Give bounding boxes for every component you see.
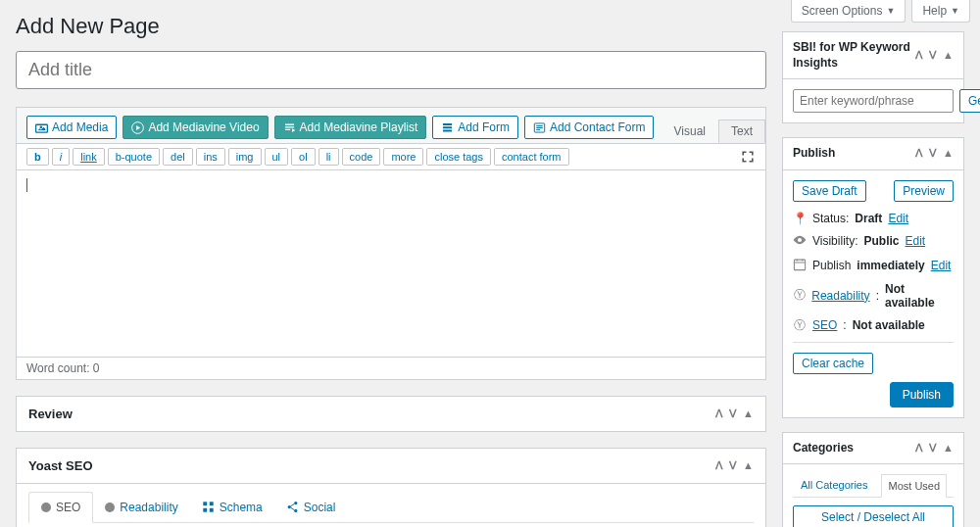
seo-value: Not available bbox=[853, 318, 925, 332]
qt-more[interactable]: more bbox=[383, 148, 423, 166]
add-mediavine-video-button[interactable]: Add Mediavine Video bbox=[122, 116, 268, 139]
yoast-tab-schema[interactable]: Schema bbox=[190, 492, 274, 522]
svg-rect-9 bbox=[794, 260, 805, 270]
keyword-input[interactable] bbox=[793, 89, 954, 113]
page-title: Add New Page bbox=[16, 14, 766, 39]
seo-link[interactable]: SEO bbox=[812, 318, 837, 332]
qt-contactform[interactable]: contact form bbox=[494, 148, 569, 166]
chevron-up-icon[interactable]: ᐱ bbox=[915, 442, 923, 455]
toggle-triangle-icon[interactable]: ▲ bbox=[943, 49, 954, 62]
content-textarea[interactable] bbox=[17, 170, 765, 357]
preview-button[interactable]: Preview bbox=[894, 180, 954, 202]
add-media-button[interactable]: Add Media bbox=[26, 116, 117, 139]
yoast-tab-seo[interactable]: SEO bbox=[28, 492, 93, 523]
help-tab[interactable]: Help ▼ bbox=[911, 0, 970, 23]
svg-point-6 bbox=[287, 505, 290, 508]
toggle-triangle-icon[interactable]: ▲ bbox=[743, 407, 754, 420]
review-title: Review bbox=[28, 407, 73, 421]
chevron-down-icon: ▼ bbox=[886, 6, 895, 16]
edit-visibility-link[interactable]: Edit bbox=[905, 234, 925, 248]
svg-point-7 bbox=[294, 502, 297, 504]
visibility-value: Public bbox=[863, 234, 899, 248]
qt-bquote[interactable]: b-quote bbox=[108, 148, 160, 166]
qt-del[interactable]: del bbox=[163, 148, 193, 166]
text-cursor bbox=[26, 178, 27, 192]
chevron-down-icon[interactable]: ᐯ bbox=[729, 407, 737, 420]
all-categories-tab[interactable]: All Categories bbox=[795, 474, 873, 497]
yoast-icon: Ⓨ bbox=[793, 317, 807, 334]
svg-rect-5 bbox=[210, 508, 214, 512]
qt-ol[interactable]: ol bbox=[291, 148, 316, 166]
qt-close[interactable]: close tags bbox=[426, 148, 491, 166]
qt-link[interactable]: link bbox=[73, 148, 105, 166]
chevron-up-icon[interactable]: ᐱ bbox=[915, 147, 923, 160]
publish-box: Publish ᐱ ᐯ ▲ Save Draft Preview 📍 Statu… bbox=[782, 137, 964, 418]
select-deselect-all-button[interactable]: Select / Deselect All bbox=[793, 505, 954, 527]
qt-ins[interactable]: ins bbox=[196, 148, 225, 166]
toggle-triangle-icon[interactable]: ▲ bbox=[743, 459, 754, 472]
add-contact-form-button[interactable]: Add Contact Form bbox=[524, 116, 654, 139]
publish-title: Publish bbox=[793, 146, 835, 162]
qt-code[interactable]: code bbox=[342, 148, 381, 166]
clear-cache-button[interactable]: Clear cache bbox=[793, 353, 873, 374]
edit-status-link[interactable]: Edit bbox=[888, 212, 908, 225]
play-icon bbox=[131, 121, 144, 134]
yoast-seo-box: Yoast SEO ᐱ ᐯ ▲ SEO Readability bbox=[16, 448, 766, 527]
text-tab[interactable]: Text bbox=[718, 120, 765, 143]
add-mediavine-playlist-button[interactable]: Add Mediavine Playlist bbox=[274, 116, 427, 139]
chevron-down-icon[interactable]: ᐯ bbox=[929, 49, 937, 62]
edit-publish-time-link[interactable]: Edit bbox=[931, 259, 952, 272]
yoast-tab-social[interactable]: Social bbox=[274, 492, 348, 522]
qt-li[interactable]: li bbox=[318, 148, 339, 166]
fullscreen-icon[interactable] bbox=[740, 149, 756, 168]
chevron-down-icon[interactable]: ᐯ bbox=[929, 147, 937, 160]
save-draft-button[interactable]: Save Draft bbox=[793, 180, 866, 202]
toggle-triangle-icon[interactable]: ▲ bbox=[943, 442, 954, 455]
chevron-up-icon[interactable]: ᐱ bbox=[715, 407, 723, 420]
readability-value: Not available bbox=[885, 282, 954, 310]
readability-score-dot-icon bbox=[105, 503, 115, 512]
toggle-triangle-icon[interactable]: ▲ bbox=[943, 147, 954, 160]
screen-options-label: Screen Options bbox=[802, 4, 883, 18]
seo-score-dot-icon bbox=[41, 503, 51, 512]
publish-time-value: immediately bbox=[857, 259, 924, 272]
svg-rect-3 bbox=[210, 502, 214, 505]
publish-button[interactable]: Publish bbox=[890, 382, 954, 407]
yoast-tab-readability[interactable]: Readability bbox=[93, 492, 189, 522]
readability-link[interactable]: Readability bbox=[811, 289, 869, 303]
quicktags-toolbar: b i link b-quote del ins img ul ol li co… bbox=[17, 143, 765, 170]
get-button[interactable]: Get bbox=[959, 89, 980, 113]
svg-rect-4 bbox=[203, 508, 207, 512]
schema-icon bbox=[202, 501, 215, 513]
qt-b[interactable]: b bbox=[26, 148, 49, 166]
form-icon bbox=[441, 121, 454, 134]
qt-ul[interactable]: ul bbox=[265, 148, 289, 166]
editor-box: Add Media Add Mediavine Video Add Mediav… bbox=[16, 107, 766, 380]
media-icon bbox=[35, 121, 48, 134]
screen-options-tab[interactable]: Screen Options ▼ bbox=[791, 0, 906, 23]
svg-rect-2 bbox=[203, 502, 207, 505]
qt-img[interactable]: img bbox=[228, 148, 262, 166]
add-form-button[interactable]: Add Form bbox=[432, 116, 518, 139]
review-box: Review ᐱ ᐯ ▲ bbox=[16, 396, 766, 432]
sbi-box: SBI! for WP Keyword Insights ᐱ ᐯ ▲ Get bbox=[782, 31, 964, 123]
yoast-title: Yoast SEO bbox=[28, 458, 93, 473]
pin-icon: 📍 bbox=[793, 212, 807, 225]
qt-i[interactable]: i bbox=[52, 148, 70, 166]
chevron-down-icon[interactable]: ᐯ bbox=[729, 459, 737, 472]
visual-tab[interactable]: Visual bbox=[662, 120, 718, 143]
most-used-tab[interactable]: Most Used bbox=[881, 474, 947, 498]
svg-point-8 bbox=[294, 509, 297, 512]
chevron-up-icon[interactable]: ᐱ bbox=[915, 49, 923, 62]
chevron-down-icon[interactable]: ᐯ bbox=[929, 442, 937, 455]
status-value: Draft bbox=[855, 212, 882, 225]
share-icon bbox=[286, 501, 299, 513]
playlist-icon bbox=[283, 121, 296, 134]
categories-box: Categories ᐱ ᐯ ▲ All Categories Most Use… bbox=[782, 432, 964, 527]
chevron-down-icon: ▼ bbox=[951, 6, 959, 16]
word-count: Word count: 0 bbox=[17, 357, 765, 379]
post-title-input[interactable] bbox=[16, 51, 766, 89]
chevron-up-icon[interactable]: ᐱ bbox=[715, 459, 723, 472]
contact-form-icon bbox=[533, 121, 546, 134]
help-label: Help bbox=[922, 4, 947, 18]
